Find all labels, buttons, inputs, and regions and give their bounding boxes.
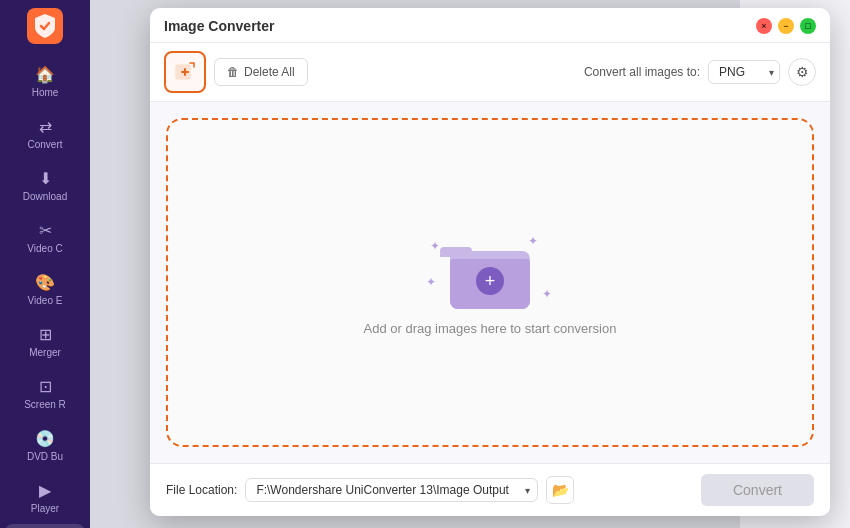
dialog-controls: × − □: [756, 18, 816, 34]
app-container: 🏠 Home ⇄ Convert ⬇ Download ✂ Video C 🎨 …: [0, 0, 850, 528]
folder-illustration: ✦ ✦ ✦ ✦ +: [440, 229, 540, 309]
sparkle-3: ✦: [542, 287, 552, 301]
drop-zone[interactable]: ✦ ✦ ✦ ✦ + Add or drag images here to sta…: [166, 118, 814, 447]
sparkle-2: ✦: [528, 234, 538, 248]
convert-button[interactable]: Convert: [701, 474, 814, 506]
dialog-toolbar: 🗑 Delete All Convert all images to: PNG …: [150, 43, 830, 102]
gear-icon: ⚙: [796, 64, 809, 80]
dialog-maximize-button[interactable]: □: [800, 18, 816, 34]
file-location-group: File Location: F:\Wondershare UniConvert…: [166, 476, 574, 504]
format-select-wrapper: PNG JPG BMP GIF TIFF WEBP ▾: [708, 60, 780, 84]
open-folder-button[interactable]: 📂: [546, 476, 574, 504]
sidebar-item-dvd-bu[interactable]: 💿 DVD Bu: [5, 420, 85, 470]
file-location-label: File Location:: [166, 483, 237, 497]
sidebar-item-player[interactable]: ▶ Player: [5, 472, 85, 522]
sidebar-item-home[interactable]: 🏠 Home: [5, 56, 85, 106]
app-logo: [25, 8, 65, 44]
video-edit-icon: 🎨: [35, 272, 55, 292]
dialog-body: ✦ ✦ ✦ ✦ + Add or drag images here to sta…: [150, 102, 830, 463]
trash-icon: 🗑: [227, 65, 239, 79]
toolbar-right: Convert all images to: PNG JPG BMP GIF T…: [584, 58, 816, 86]
sidebar-item-download[interactable]: ⬇ Download: [5, 160, 85, 210]
drop-zone-text: Add or drag images here to start convers…: [364, 321, 617, 336]
home-icon: 🏠: [35, 64, 55, 84]
sidebar-item-video-e[interactable]: 🎨 Video E: [5, 264, 85, 314]
dialog-footer: File Location: F:\Wondershare UniConvert…: [150, 463, 830, 516]
sidebar-item-toolbox[interactable]: ⊞ Toolbox: [5, 524, 85, 528]
sidebar-item-merger[interactable]: ⊞ Merger: [5, 316, 85, 366]
file-location-select[interactable]: F:\Wondershare UniConverter 13\Image Out…: [245, 478, 538, 502]
folder-plus-icon: +: [476, 267, 504, 295]
screen-record-icon: ⊡: [35, 376, 55, 396]
dialog-close-button[interactable]: ×: [756, 18, 772, 34]
folder-tab: [440, 247, 472, 257]
file-location-select-wrapper: F:\Wondershare UniConverter 13\Image Out…: [245, 478, 538, 502]
video-cut-icon: ✂: [35, 220, 55, 240]
dialog-minimize-button[interactable]: −: [778, 18, 794, 34]
sparkle-1: ✦: [430, 239, 440, 253]
dialog-titlebar: Image Converter × − □: [150, 8, 830, 43]
folder-open-icon: 📂: [552, 482, 569, 498]
convert-icon: ⇄: [35, 116, 55, 136]
add-image-button[interactable]: [164, 51, 206, 93]
toolbar-left: 🗑 Delete All: [164, 51, 308, 93]
image-converter-dialog: Image Converter × − □: [150, 8, 830, 516]
sidebar: 🏠 Home ⇄ Convert ⬇ Download ✂ Video C 🎨 …: [0, 0, 90, 528]
main-content: data metadata CD. Image Converter × − □: [90, 0, 850, 528]
format-settings-button[interactable]: ⚙: [788, 58, 816, 86]
sidebar-item-convert[interactable]: ⇄ Convert: [5, 108, 85, 158]
add-image-icon: [173, 60, 197, 84]
format-select[interactable]: PNG JPG BMP GIF TIFF WEBP: [708, 60, 780, 84]
dialog-title: Image Converter: [164, 18, 274, 34]
player-icon: ▶: [35, 480, 55, 500]
download-icon: ⬇: [35, 168, 55, 188]
delete-all-label: Delete All: [244, 65, 295, 79]
merger-icon: ⊞: [35, 324, 55, 344]
convert-all-label: Convert all images to:: [584, 65, 700, 79]
sidebar-item-screen-r[interactable]: ⊡ Screen R: [5, 368, 85, 418]
sparkle-4: ✦: [426, 275, 436, 289]
dvd-icon: 💿: [35, 428, 55, 448]
delete-all-button[interactable]: 🗑 Delete All: [214, 58, 308, 86]
sidebar-item-video-c[interactable]: ✂ Video C: [5, 212, 85, 262]
